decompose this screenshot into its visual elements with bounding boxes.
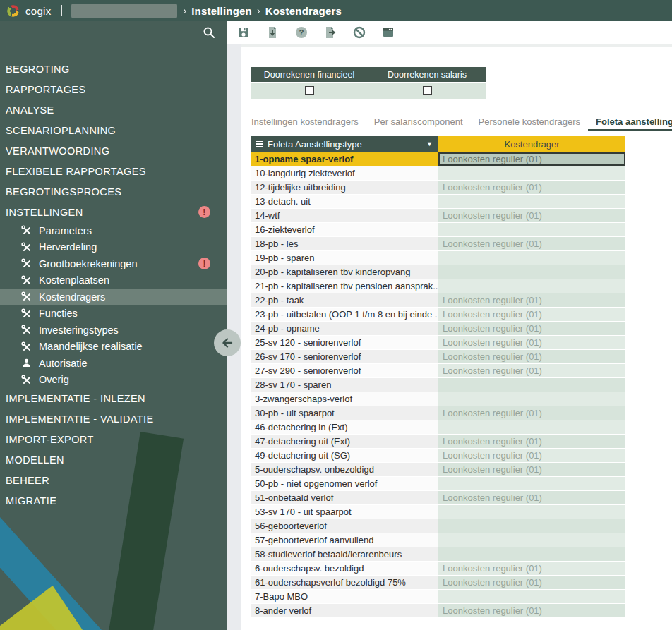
- table-cell-aanstellingstype[interactable]: 8-ander verlof: [251, 604, 438, 617]
- sidebar-subitem-overig[interactable]: Overig: [0, 372, 227, 389]
- table-cell-kostendrager[interactable]: Loonkosten regulier (01): [438, 562, 625, 575]
- table-cell-aanstellingstype[interactable]: 46-detachering in (Ext): [251, 420, 438, 434]
- file-export-button[interactable]: [323, 25, 337, 40]
- table-cell-kostendrager[interactable]: Loonkosten regulier (01): [438, 293, 625, 307]
- table-cell-aanstellingstype[interactable]: 16-ziekteverlof: [251, 223, 438, 236]
- table-cell-aanstellingstype[interactable]: 47-detachering uit (Ext): [251, 435, 438, 448]
- sidebar-subitem-autorisatie[interactable]: Autorisatie: [0, 355, 227, 372]
- doorrekenen-checkbox-doorrekenen-financieel[interactable]: [305, 86, 314, 95]
- table-cell-kostendrager[interactable]: [438, 547, 625, 561]
- redacted-organization[interactable]: [71, 4, 177, 18]
- table-cell-aanstellingstype[interactable]: 30-pb - uit spaarpot: [251, 406, 438, 420]
- table-cell-kostendrager[interactable]: [438, 392, 625, 406]
- table-cell-aanstellingstype[interactable]: 6-ouderschapsv. bezoldigd: [251, 562, 438, 575]
- sidebar-item-implementatie-inlezen[interactable]: IMPLEMENTATIE - INLEZEN: [0, 388, 227, 408]
- table-cell-aanstellingstype[interactable]: 49-detachering uit (SG): [251, 449, 438, 462]
- sidebar-item-rapportages[interactable]: RAPPORTAGES: [0, 79, 227, 99]
- table-cell-kostendrager[interactable]: Loonkosten regulier (01): [438, 336, 625, 349]
- sidebar-item-begrotingsproces[interactable]: BEGROTINGSPROCES: [0, 181, 227, 202]
- sidebar-item-instellingen[interactable]: INSTELLINGEN!: [0, 202, 227, 222]
- table-cell-aanstellingstype[interactable]: 24-pb - opname: [251, 322, 438, 335]
- table-cell-kostendrager[interactable]: Loonkosten regulier (01): [438, 237, 625, 250]
- sidebar-subitem-investeringstypes[interactable]: Investeringstypes: [0, 322, 227, 339]
- sidebar-item-verantwoording[interactable]: VERANTWOORDING: [0, 140, 227, 161]
- column-header-foleta-aanstellingstype[interactable]: Foleta Aanstellingstype ▼: [251, 136, 438, 152]
- table-cell-aanstellingstype[interactable]: 18-pb - les: [251, 237, 438, 250]
- table-cell-kostendrager[interactable]: Loonkosten regulier (01): [438, 152, 625, 166]
- sidebar-collapse-button[interactable]: [214, 329, 241, 356]
- table-cell-aanstellingstype[interactable]: 7-Bapo MBO: [251, 590, 438, 603]
- window-button[interactable]: [381, 25, 395, 40]
- table-cell-kostendrager[interactable]: [438, 265, 625, 279]
- tab-per-salariscomponent[interactable]: Per salariscomponent: [366, 114, 471, 131]
- column-header-kostendrager[interactable]: Kostendrager: [438, 136, 625, 152]
- table-cell-aanstellingstype[interactable]: 61-ouderschapsverlof bezoldigd 75%: [251, 576, 438, 589]
- table-cell-aanstellingstype[interactable]: 28-sv 170 - sparen: [251, 378, 438, 392]
- help-button[interactable]: ?: [294, 25, 308, 40]
- table-cell-kostendrager[interactable]: Loonkosten regulier (01): [438, 463, 625, 476]
- sidebar-item-import-export[interactable]: IMPORT-EXPORT: [0, 429, 227, 449]
- sidebar-item-begroting[interactable]: BEGROTING: [0, 59, 227, 79]
- table-cell-kostendrager[interactable]: [438, 378, 625, 392]
- block-button[interactable]: [352, 25, 366, 40]
- table-cell-aanstellingstype[interactable]: 12-tijdelijke uitbreiding: [251, 181, 438, 194]
- table-cell-kostendrager[interactable]: [438, 195, 625, 208]
- tab-personele-kostendragers[interactable]: Personele kostendragers: [471, 114, 589, 131]
- sidebar-subitem-herverdeling[interactable]: Herverdeling: [0, 239, 227, 256]
- table-cell-aanstellingstype[interactable]: 21-pb - kapitaliseren tbv pensioen aansp…: [251, 279, 438, 293]
- table-cell-aanstellingstype[interactable]: 25-sv 120 - seniorenverlof: [251, 336, 438, 349]
- table-cell-aanstellingstype[interactable]: 10-langdurig ziekteverlof: [251, 166, 438, 180]
- table-cell-aanstellingstype[interactable]: 20-pb - kapitaliseren tbv kinderopvang: [251, 265, 438, 279]
- sidebar-subitem-grootboekrekeningen[interactable]: Grootboekrekeningen!: [0, 255, 227, 272]
- table-cell-aanstellingstype[interactable]: 3-zwangerschaps-verlof: [251, 392, 438, 406]
- doorrekenen-checkbox-doorrekenen-salaris[interactable]: [423, 86, 432, 95]
- table-cell-aanstellingstype[interactable]: 5-ouderschapsv. onbezoldigd: [251, 463, 438, 476]
- table-cell-kostendrager[interactable]: [438, 166, 625, 180]
- save-button[interactable]: [236, 25, 251, 40]
- sidebar-subitem-maandelijkse-realisatie[interactable]: Maandelijkse realisatie: [0, 339, 227, 356]
- table-cell-kostendrager[interactable]: [438, 505, 625, 519]
- table-cell-aanstellingstype[interactable]: 13-detach. uit: [251, 195, 438, 208]
- table-cell-kostendrager[interactable]: Loonkosten regulier (01): [438, 181, 625, 194]
- sidebar-subitem-parameters[interactable]: Parameters: [0, 222, 227, 239]
- table-cell-kostendrager[interactable]: Loonkosten regulier (01): [438, 308, 625, 321]
- breadcrumb-item-instellingen[interactable]: Instellingen: [191, 5, 252, 17]
- table-cell-aanstellingstype[interactable]: 58-studieverlof betaald/lerarenbeurs: [251, 547, 438, 561]
- table-cell-kostendrager[interactable]: [438, 477, 625, 490]
- table-cell-aanstellingstype[interactable]: 53-sv 170 - uit spaarpot: [251, 505, 438, 519]
- table-cell-kostendrager[interactable]: Loonkosten regulier (01): [438, 491, 625, 504]
- table-cell-aanstellingstype[interactable]: 56-geboorteverlof: [251, 519, 438, 533]
- table-cell-aanstellingstype[interactable]: 26-sv 170 - seniorenverlof: [251, 350, 438, 363]
- breadcrumb-item-kostendragers[interactable]: Kostendragers: [265, 5, 342, 17]
- table-cell-aanstellingstype[interactable]: 51-onbetaald verlof: [251, 491, 438, 504]
- table-cell-kostendrager[interactable]: Loonkosten regulier (01): [438, 576, 625, 589]
- table-cell-kostendrager[interactable]: Loonkosten regulier (01): [438, 406, 625, 420]
- sidebar-item-migratie[interactable]: MIGRATIE: [0, 490, 227, 511]
- table-cell-aanstellingstype[interactable]: 57-geboorteverlof aanvullend: [251, 533, 438, 547]
- table-cell-aanstellingstype[interactable]: 23-pb - uitbetalen (OOP 1 t/m 8 en bij e…: [251, 308, 438, 321]
- tab-foleta-aanstellingstypes[interactable]: Foleta aanstellingstypes: [588, 114, 672, 131]
- sidebar-subitem-kostendragers[interactable]: Kostendragers: [0, 289, 227, 305]
- sidebar-item-beheer[interactable]: BEHEER: [0, 470, 227, 490]
- sidebar-subitem-functies[interactable]: Functies: [0, 305, 227, 322]
- table-cell-kostendrager[interactable]: Loonkosten regulier (01): [438, 435, 625, 448]
- table-cell-aanstellingstype[interactable]: 27-sv 290 - seniorenverlof: [251, 364, 438, 377]
- table-cell-aanstellingstype[interactable]: 14-wtf: [251, 209, 438, 222]
- table-cell-kostendrager[interactable]: [438, 590, 625, 603]
- table-cell-kostendrager[interactable]: Loonkosten regulier (01): [438, 209, 625, 222]
- table-cell-kostendrager[interactable]: [438, 251, 625, 265]
- sidebar-item-analyse[interactable]: ANALYSE: [0, 99, 227, 120]
- sidebar-item-flexibele-rapportages[interactable]: FLEXIBELE RAPPORTAGES: [0, 161, 227, 181]
- search-button[interactable]: [202, 25, 216, 40]
- table-cell-aanstellingstype[interactable]: 1-opname spaar-verlof: [251, 152, 438, 166]
- table-cell-aanstellingstype[interactable]: 22-pb - taak: [251, 293, 438, 307]
- table-cell-kostendrager[interactable]: [438, 420, 625, 434]
- table-cell-kostendrager[interactable]: Loonkosten regulier (01): [438, 604, 625, 617]
- sidebar-item-modellen[interactable]: MODELLEN: [0, 449, 227, 470]
- table-cell-kostendrager[interactable]: [438, 279, 625, 293]
- table-cell-kostendrager[interactable]: [438, 519, 625, 533]
- table-cell-kostendrager[interactable]: [438, 533, 625, 547]
- table-cell-kostendrager[interactable]: Loonkosten regulier (01): [438, 322, 625, 335]
- sidebar-item-scenarioplanning[interactable]: SCENARIOPLANNING: [0, 120, 227, 140]
- table-cell-aanstellingstype[interactable]: 19-pb - sparen: [251, 251, 438, 265]
